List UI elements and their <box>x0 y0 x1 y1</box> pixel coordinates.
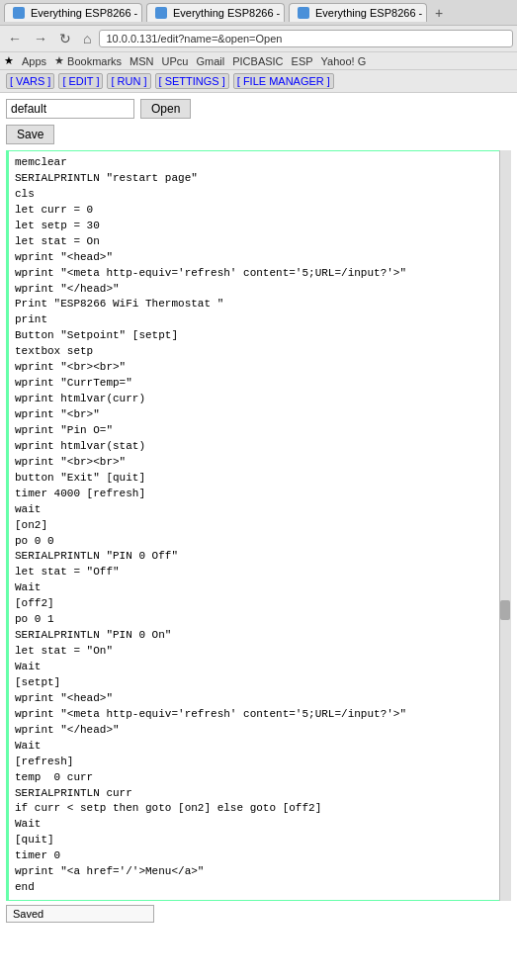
reload-button[interactable]: ↻ <box>55 29 75 48</box>
save-button-wrapper: Save <box>6 125 511 150</box>
bookmark-icon-star: ★ <box>54 54 64 67</box>
bookmark-bookmarks[interactable]: ★ Bookmarks <box>54 54 122 67</box>
open-button[interactable]: Open <box>140 99 191 119</box>
page-content: Open Save memclear SERIALPRINTLN "restar… <box>0 93 517 929</box>
bookmark-icon-apps: ★ <box>4 54 14 67</box>
bookmark-label-upcu: UPcu <box>162 55 189 67</box>
tab-label-3: Everything ESP8266 - <box>315 7 422 19</box>
nav-edit[interactable]: [ EDIT ] <box>58 73 103 89</box>
address-bar[interactable] <box>99 30 513 47</box>
tab-favicon-3 <box>298 7 309 19</box>
bookmark-label-bookmarks: Bookmarks <box>67 55 122 67</box>
bookmark-picbasic[interactable]: PICBASIC <box>232 55 283 67</box>
file-open-row: Open <box>6 99 511 119</box>
filename-input[interactable] <box>6 99 134 119</box>
new-tab-button[interactable]: + <box>431 5 447 21</box>
code-editor-wrapper: memclear SERIALPRINTLN "restart page" cl… <box>6 150 511 901</box>
nav-vars[interactable]: [ VARS ] <box>6 73 54 89</box>
bookmark-label-picbasic: PICBASIC <box>232 55 283 67</box>
bookmark-label-gmail: Gmail <box>196 55 224 67</box>
bookmark-yahoo[interactable]: Yahoo! G <box>321 55 367 67</box>
bookmark-upcu[interactable]: UPcu <box>162 55 189 67</box>
bookmark-msn[interactable]: MSN <box>129 55 153 67</box>
nav-file-manager[interactable]: [ FILE MANAGER ] <box>233 73 334 89</box>
page-nav: [ VARS ] [ EDIT ] [ RUN ] [ SETTINGS ] [… <box>0 70 517 93</box>
bookmark-label-yahoo: Yahoo! G <box>321 55 367 67</box>
nav-settings[interactable]: [ SETTINGS ] <box>155 73 229 89</box>
nav-run[interactable]: [ RUN ] <box>107 73 150 89</box>
tab-2[interactable]: Everything ESP8266 - ✕ <box>146 3 285 22</box>
status-bar: Saved <box>6 905 154 923</box>
bookmarks-bar: ★ Apps ★ Bookmarks MSN UPcu Gmail PICBAS… <box>0 52 517 70</box>
vertical-scrollbar[interactable] <box>499 150 511 901</box>
tab-3[interactable]: Everything ESP8266 - ✕ <box>289 3 427 22</box>
browser-titlebar: Everything ESP8266 - ✕ Everything ESP826… <box>0 0 517 26</box>
bookmark-label-apps: Apps <box>22 55 46 67</box>
bookmark-label-msn: MSN <box>129 55 153 67</box>
tab-label-1: Everything ESP8266 - <box>31 7 137 19</box>
tab-label-2: Everything ESP8266 - <box>173 7 280 19</box>
back-button[interactable]: ← <box>4 29 26 48</box>
bookmark-apps[interactable]: Apps <box>22 55 46 67</box>
tab-favicon-1 <box>13 7 25 19</box>
browser-navbar: ← → ↻ ⌂ <box>0 26 517 52</box>
tab-1[interactable]: Everything ESP8266 - ✕ <box>4 3 142 22</box>
code-editor[interactable]: memclear SERIALPRINTLN "restart page" cl… <box>6 150 511 901</box>
bookmark-label-esp: ESP <box>292 55 313 67</box>
scrollbar-thumb[interactable] <box>500 600 510 620</box>
home-button[interactable]: ⌂ <box>79 29 95 48</box>
bookmark-gmail[interactable]: Gmail <box>196 55 224 67</box>
bookmark-esp[interactable]: ESP <box>292 55 313 67</box>
tab-favicon-2 <box>155 7 167 19</box>
save-button[interactable]: Save <box>6 125 54 144</box>
forward-button[interactable]: → <box>30 29 51 48</box>
